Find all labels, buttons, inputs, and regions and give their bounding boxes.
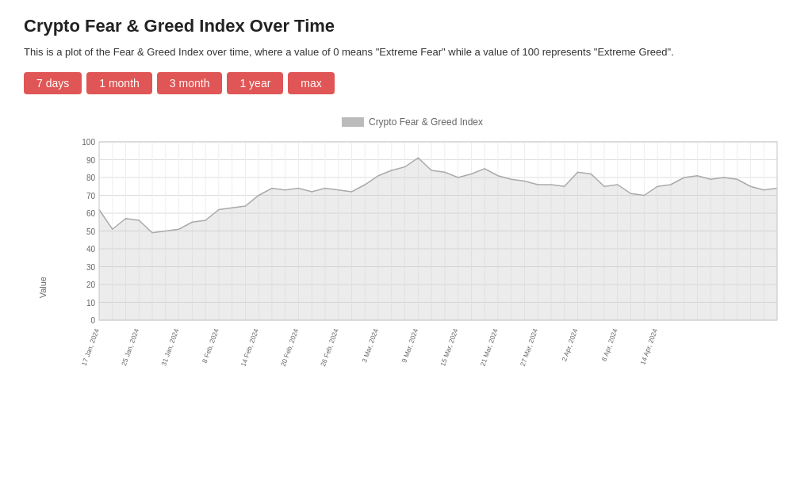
legend-color-box bbox=[342, 117, 364, 127]
chart-container: Crypto Fear & Greed Index Value 01020304… bbox=[32, 110, 793, 443]
svg-text:3 Mar, 2024: 3 Mar, 2024 bbox=[360, 327, 380, 364]
svg-text:40: 40 bbox=[86, 245, 96, 254]
svg-text:8 Apr, 2024: 8 Apr, 2024 bbox=[600, 327, 619, 362]
chart-svg-area: 010203040506070809010017 Jan, 202425 Jan… bbox=[67, 134, 785, 380]
svg-text:60: 60 bbox=[86, 209, 96, 218]
svg-text:0: 0 bbox=[90, 316, 95, 325]
svg-text:80: 80 bbox=[86, 174, 96, 182]
chart-svg: 010203040506070809010017 Jan, 202425 Jan… bbox=[67, 134, 785, 380]
svg-text:21 Mar, 2024: 21 Mar, 2024 bbox=[478, 327, 499, 367]
chart-legend: Crypto Fear & Greed Index bbox=[342, 116, 483, 128]
btn-7days[interactable]: 7 days bbox=[24, 72, 82, 94]
page-title: Crypto Fear & Greed Index Over Time bbox=[24, 16, 788, 36]
btn-1year[interactable]: 1 year bbox=[227, 72, 283, 94]
svg-text:30: 30 bbox=[86, 263, 96, 272]
svg-text:20: 20 bbox=[86, 281, 96, 289]
svg-text:8 Feb, 2024: 8 Feb, 2024 bbox=[201, 327, 220, 364]
page-subtitle: This is a plot of the Fear & Greed Index… bbox=[24, 46, 737, 58]
svg-text:14 Feb, 2024: 14 Feb, 2024 bbox=[239, 327, 261, 368]
svg-text:50: 50 bbox=[86, 227, 96, 236]
svg-text:27 Mar, 2024: 27 Mar, 2024 bbox=[519, 327, 539, 367]
svg-text:90: 90 bbox=[86, 156, 96, 165]
svg-text:20 Feb, 2024: 20 Feb, 2024 bbox=[279, 327, 301, 368]
svg-text:2 Apr, 2024: 2 Apr, 2024 bbox=[560, 327, 579, 362]
btn-max[interactable]: max bbox=[288, 72, 334, 94]
svg-text:14 Apr, 2024: 14 Apr, 2024 bbox=[638, 327, 659, 366]
svg-text:10: 10 bbox=[86, 299, 96, 307]
svg-text:25 Jan, 2024: 25 Jan, 2024 bbox=[120, 327, 140, 367]
btn-3month[interactable]: 3 month bbox=[157, 72, 223, 94]
time-range-buttons: 7 days 1 month 3 month 1 year max bbox=[24, 72, 788, 94]
svg-text:9 Mar, 2024: 9 Mar, 2024 bbox=[400, 327, 419, 364]
y-axis-label: Value bbox=[38, 277, 48, 298]
svg-text:17 Jan, 2024: 17 Jan, 2024 bbox=[80, 327, 101, 367]
legend-label: Crypto Fear & Greed Index bbox=[369, 116, 483, 128]
svg-text:26 Feb, 2024: 26 Feb, 2024 bbox=[319, 327, 340, 368]
svg-text:31 Jan, 2024: 31 Jan, 2024 bbox=[159, 327, 180, 367]
svg-text:15 Mar, 2024: 15 Mar, 2024 bbox=[439, 327, 459, 367]
btn-1month[interactable]: 1 month bbox=[86, 72, 152, 94]
svg-text:70: 70 bbox=[86, 192, 96, 200]
svg-text:100: 100 bbox=[82, 138, 95, 147]
